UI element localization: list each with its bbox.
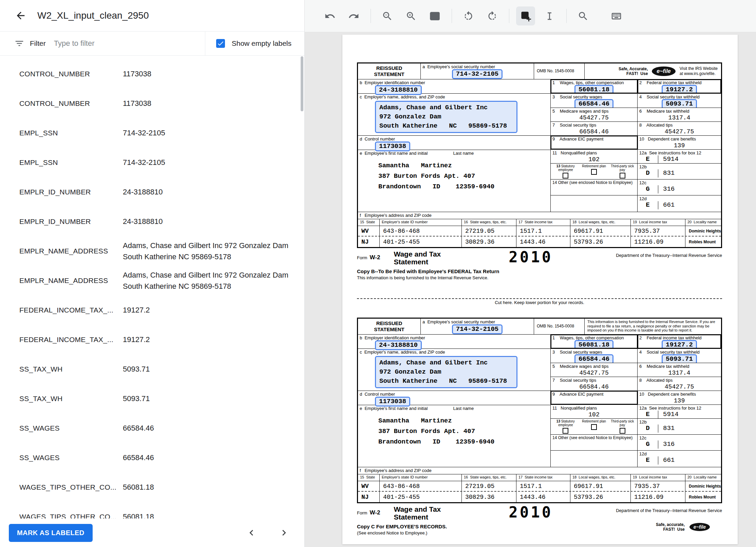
annotation-ssn[interactable]: 714-32-2105	[452, 69, 503, 79]
redo-button[interactable]	[344, 6, 363, 25]
footer-efile: Safe, accurate,FAST! Use e~file	[656, 522, 710, 532]
box-1-wages: 1 Wages, tips, other compensation 56081.…	[551, 335, 638, 348]
box-10-dependent-care: 10 Dependent care benefits 139	[638, 391, 721, 404]
third-party-sick-pay-checkbox[interactable]	[620, 173, 625, 178]
label-row[interactable]: SS_WAGES 66584.46	[0, 413, 304, 443]
statutory-employee-checkbox[interactable]	[563, 173, 568, 178]
box-e-employee: e Employee's first name and initial Last…	[358, 150, 550, 212]
label-row[interactable]: EMPL_SSN 714-32-2105	[0, 118, 304, 148]
box-e-employee: e Employee's first name and initial Last…	[358, 405, 550, 467]
annotation-employer-address[interactable]: Adams, Chase and Gilbert Inc 972 Gonzale…	[375, 101, 517, 133]
label-row[interactable]: FEDERAL_INCOME_TAX_... 19127.2	[0, 325, 304, 354]
zoom-out-icon	[382, 11, 393, 22]
mark-as-labeled-button[interactable]: MARK AS LABELED	[9, 524, 93, 542]
show-empty-labels-checkbox[interactable]	[216, 39, 225, 48]
annotation-box2[interactable]: 19127.2	[662, 85, 697, 93]
label-row[interactable]: EMPLR_NAME_ADDRESS Adams, Chase and Gilb…	[0, 236, 304, 266]
label-value: 66584.46	[123, 452, 154, 463]
box-12a: 12a See instructions for box 12 E5914	[638, 405, 721, 418]
annotation-ssn[interactable]: 714-32-2105	[452, 324, 503, 334]
box-b-ein: b Employer identification number 24-3188…	[358, 335, 551, 348]
annotation-box3[interactable]: 66584.46	[574, 99, 613, 108]
w2-form-copy: REISSUED STATEMENT a Employee's social s…	[357, 305, 722, 537]
keyboard-shortcuts-button[interactable]	[607, 6, 626, 25]
panel-header: W2_XL_input_clean_2950	[0, 0, 304, 31]
arrow-back-icon	[15, 10, 26, 21]
show-empty-labels-toggle[interactable]: Show empty labels	[205, 32, 304, 55]
label-row[interactable]: SS_WAGES 66584.46	[0, 443, 304, 472]
state-table-header: 15 State Employer's state ID number 16 S…	[358, 474, 721, 481]
zoom-in-icon	[405, 11, 417, 22]
annotation-box1[interactable]: 56081.18	[574, 85, 613, 93]
search-button[interactable]	[573, 6, 592, 25]
box-a-ssn: a Employee's social security number 714-…	[421, 319, 534, 334]
label-row[interactable]: FEDERAL_INCOME_TAX_... 19127.2	[0, 295, 304, 325]
annotation-box4[interactable]: 5093.71	[662, 354, 697, 363]
code-view-button[interactable]	[425, 6, 444, 25]
label-name: EMPLR_ID_NUMBER	[19, 188, 123, 196]
label-row[interactable]: CONTROL_NUMBER 1173038	[0, 59, 304, 89]
labels-panel: W2_XL_input_clean_2950 Filter Show empty…	[0, 0, 305, 547]
label-value: 24-3188810	[123, 186, 163, 197]
document-canvas[interactable]: REISSUED STATEMENT a Employee's social s…	[305, 32, 756, 547]
state-row: WV 643-86-468 27219.05 1517.1 69617.91 7…	[358, 481, 721, 492]
filter-input[interactable]	[54, 39, 205, 48]
form-w2-label: Form W-2	[357, 250, 380, 261]
label-value: 66584.46	[123, 422, 154, 434]
box-b-ein: b Employer identification number 24-3188…	[358, 79, 551, 93]
label-value: 5093.71	[123, 393, 150, 404]
label-row[interactable]: WAGES_TIPS_OTHER_CO... 56081.18	[0, 472, 304, 502]
annotation-box3[interactable]: 66584.46	[574, 354, 613, 363]
filter-icon	[14, 38, 24, 49]
rotate-ccw-button[interactable]	[459, 6, 478, 25]
box-13-checkboxes: 13 Statutory employee Retirement plan Th…	[551, 419, 638, 434]
annotation-box1[interactable]: 56081.18	[574, 340, 613, 348]
next-page-button[interactable]	[277, 526, 291, 540]
tax-year: 2010	[509, 505, 553, 520]
retirement-plan-checkbox[interactable]	[591, 424, 597, 430]
zoom-in-button[interactable]	[401, 6, 420, 25]
text-select-button[interactable]	[540, 6, 559, 25]
label-row[interactable]: CONTROL_NUMBER 1173038	[0, 89, 304, 118]
label-row[interactable]: EMPL_SSN 714-32-2105	[0, 148, 304, 177]
label-row[interactable]: SS_TAX_WH 5093.71	[0, 354, 304, 384]
rotate-cw-icon	[487, 11, 498, 22]
bottom-bar: MARK AS LABELED	[0, 518, 304, 547]
box-4-ss-tax: 4 Social security tax withheld 5093.71	[638, 349, 721, 363]
label-value: 19127.2	[123, 304, 150, 316]
toolbar-divider	[509, 9, 509, 23]
label-row[interactable]: EMPLR_ID_NUMBER 24-3188810	[0, 207, 304, 236]
label-value: Adams, Chase and Gilbert Inc 972 Gonzale…	[123, 269, 291, 292]
scrollbar-thumb[interactable]	[301, 56, 303, 111]
statutory-employee-checkbox[interactable]	[563, 428, 568, 434]
checkmark-icon	[217, 40, 224, 47]
efile-logo: e~file	[652, 67, 675, 76]
label-row[interactable]: SS_TAX_WH 5093.71	[0, 384, 304, 413]
previous-page-button[interactable]	[245, 526, 258, 540]
undo-icon	[324, 11, 336, 22]
annotation-employer-address[interactable]: Adams, Chase and Gilbert Inc 972 Gonzale…	[375, 356, 517, 388]
box-1-wages: 1 Wages, tips, other compensation 56081.…	[551, 79, 638, 93]
zoom-out-button[interactable]	[378, 6, 397, 25]
label-name: FEDERAL_INCOME_TAX_...	[19, 306, 123, 314]
toolbar-divider	[452, 9, 452, 23]
box-2-federal-tax: 2 Federal income tax withheld 19127.2	[638, 79, 721, 93]
box-7-ss-tips: 7 Social security tips 66584.46	[551, 377, 638, 391]
label-name: SS_WAGES	[19, 424, 123, 432]
undo-button[interactable]	[320, 6, 339, 25]
rotate-ccw-icon	[463, 11, 474, 22]
label-name: FEDERAL_INCOME_TAX_...	[19, 336, 123, 344]
form-footer: Form W-2 Wage and Tax Statement 2010 Dep…	[357, 505, 722, 521]
retirement-plan-checkbox[interactable]	[591, 169, 597, 175]
box-14-other: 14 Other (see enclosed Notice to Employe…	[551, 435, 638, 450]
back-button[interactable]	[12, 7, 29, 24]
tax-year: 2010	[509, 250, 553, 264]
label-name: SS_TAX_WH	[19, 365, 123, 373]
label-row[interactable]: EMPLR_NAME_ADDRESS Adams, Chase and Gilb…	[0, 266, 304, 295]
label-row[interactable]: EMPLR_ID_NUMBER 24-3188810	[0, 177, 304, 207]
rotate-cw-button[interactable]	[483, 6, 502, 25]
add-bounding-box-button[interactable]	[516, 6, 535, 25]
annotation-box2[interactable]: 19127.2	[662, 340, 697, 348]
third-party-sick-pay-checkbox[interactable]	[620, 428, 625, 434]
annotation-box4[interactable]: 5093.71	[662, 99, 697, 108]
